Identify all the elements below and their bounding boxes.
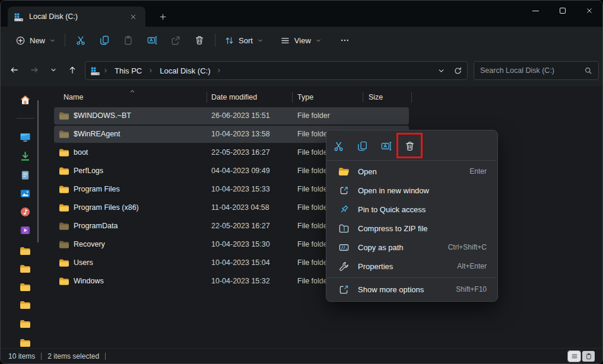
folder-icon <box>20 282 31 293</box>
music-icon <box>20 206 31 218</box>
file-date: 22-05-2023 16:27 <box>211 222 270 230</box>
view-lines-icon <box>280 36 290 46</box>
sidebar-item-folder[interactable] <box>18 317 32 331</box>
view-button-label: View <box>294 36 311 45</box>
context-cut-button[interactable] <box>326 135 350 157</box>
menu-item-compress-to-zip[interactable]: Compress to ZIP file <box>329 219 495 238</box>
sidebar-item-pictures[interactable] <box>18 186 32 200</box>
column-separator[interactable] <box>363 92 363 103</box>
folder-icon <box>59 222 69 231</box>
context-menu: Open Enter Open in new window Pin to Qui… <box>326 130 498 302</box>
sidebar-item-downloads[interactable] <box>18 149 32 163</box>
breadcrumb-local-disk[interactable]: Local Disk (C:) <box>156 65 214 76</box>
address-bar[interactable]: This PC Local Disk (C:) <box>85 61 468 80</box>
folder-icon <box>20 337 31 349</box>
sidebar-scrollbar[interactable] <box>37 100 39 242</box>
context-delete-button[interactable] <box>398 135 421 157</box>
thumbnail-view-icon <box>585 353 592 360</box>
sidebar-item-home[interactable] <box>18 92 32 107</box>
menu-item-copy-as-path[interactable]: Copy as path Ctrl+Shift+C <box>329 238 495 257</box>
cut-icon <box>75 35 86 46</box>
tab-close-button[interactable] <box>126 10 139 23</box>
menu-item-pin-to-quick-access[interactable]: Pin to Quick access <box>329 200 495 219</box>
tab-local-disk[interactable]: Local Disk (C:) <box>8 7 145 27</box>
file-row[interactable]: $WINDOWS.~BT26-06-2023 15:51File folder <box>51 107 602 125</box>
column-separator[interactable] <box>207 92 207 103</box>
rename-button[interactable] <box>140 31 164 50</box>
folder-icon <box>59 167 69 175</box>
up-button[interactable] <box>64 61 81 79</box>
sidebar-item-videos[interactable] <box>18 223 32 237</box>
menu-item-properties[interactable]: Properties Alt+Enter <box>329 257 495 276</box>
menu-item-label: Open <box>358 167 461 176</box>
close-button[interactable] <box>576 1 602 21</box>
column-separator[interactable] <box>292 92 293 103</box>
copy-icon <box>357 141 368 152</box>
menu-item-label: Pin to Quick access <box>358 205 478 214</box>
sidebar-item-documents[interactable] <box>18 168 32 182</box>
context-rename-button[interactable] <box>374 135 398 157</box>
cut-button[interactable] <box>69 31 93 50</box>
menu-item-label: Copy as path <box>358 243 440 252</box>
chevron-right-icon <box>216 68 222 74</box>
menu-item-show-more-options[interactable]: Show more options Shift+F10 <box>329 280 495 299</box>
address-dropdown-icon[interactable] <box>437 67 445 75</box>
sidebar-item-folder[interactable] <box>18 261 32 276</box>
thumbnail-view-button[interactable] <box>582 351 595 362</box>
recent-locations-button[interactable] <box>46 61 61 79</box>
back-button[interactable] <box>5 61 23 79</box>
sidebar-item-music[interactable] <box>18 205 32 219</box>
copy-button[interactable] <box>93 31 116 50</box>
sidebar-item-folder[interactable] <box>18 280 32 294</box>
chevron-down-icon <box>315 37 322 44</box>
view-button[interactable]: View <box>275 31 327 50</box>
chevron-down-icon <box>50 66 57 74</box>
item-count: 10 items <box>8 352 35 360</box>
sidebar-item-folder[interactable] <box>18 298 32 312</box>
toolbar: New Sort View <box>1 27 602 54</box>
refresh-icon[interactable] <box>453 66 462 75</box>
context-copy-button[interactable] <box>350 135 374 157</box>
breadcrumb-this-pc[interactable]: This PC <box>111 65 145 76</box>
pictures-icon <box>20 188 31 199</box>
delete-button[interactable] <box>188 31 211 50</box>
new-tab-button[interactable] <box>155 9 170 24</box>
sidebar-item-folder[interactable] <box>18 244 32 258</box>
show-more-icon <box>338 284 350 295</box>
column-header-size[interactable]: Size <box>369 93 383 101</box>
new-button[interactable]: New <box>10 31 61 50</box>
column-header-date[interactable]: Date modified <box>211 93 257 101</box>
copy-icon <box>99 35 110 46</box>
videos-icon <box>20 225 31 236</box>
maximize-button[interactable] <box>549 1 576 21</box>
folder-icon <box>59 111 69 120</box>
column-header-name[interactable]: Name <box>64 93 83 101</box>
share-icon <box>170 35 181 46</box>
file-explorer-window: Local Disk (C:) New Sort <box>0 0 603 364</box>
arrow-left-icon <box>9 65 19 75</box>
sidebar-item-desktop[interactable] <box>18 130 32 144</box>
menu-item-open-in-new-window[interactable]: Open in new window <box>329 181 495 200</box>
menu-item-label: Compress to ZIP file <box>358 224 478 233</box>
trash-icon <box>194 35 205 46</box>
minimize-button[interactable] <box>522 1 549 21</box>
search-box[interactable] <box>474 61 599 80</box>
see-more-button[interactable] <box>333 31 357 50</box>
search-input[interactable] <box>480 66 584 75</box>
maximize-icon <box>560 8 566 14</box>
column-header-type[interactable]: Type <box>297 93 313 101</box>
sort-button[interactable]: Sort <box>219 31 269 50</box>
menu-item-open[interactable]: Open Enter <box>329 162 495 181</box>
paste-button[interactable] <box>116 31 140 50</box>
share-button[interactable] <box>164 31 188 50</box>
chevron-right-icon <box>148 68 154 74</box>
forward-button[interactable] <box>26 61 43 79</box>
tab-title: Local Disk (C:) <box>29 12 121 21</box>
copy-path-icon <box>338 242 350 253</box>
file-date: 26-06-2023 15:51 <box>211 111 270 120</box>
context-menu-icon-row <box>326 133 497 159</box>
column-separator[interactable] <box>411 92 412 103</box>
plus-icon <box>159 13 167 21</box>
menu-item-shortcut: Ctrl+Shift+C <box>448 243 487 251</box>
details-view-button[interactable] <box>568 351 580 362</box>
